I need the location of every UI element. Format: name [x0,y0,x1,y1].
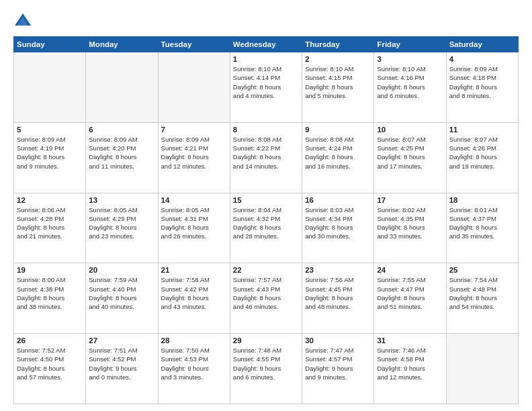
day-cell: 8Sunrise: 8:08 AM Sunset: 4:22 PM Daylig… [230,122,302,193]
day-info: Sunrise: 7:46 AM Sunset: 4:58 PM Dayligh… [377,346,443,381]
calendar-body: 1Sunrise: 8:10 AM Sunset: 4:14 PM Daylig… [14,52,519,404]
day-info: Sunrise: 8:08 AM Sunset: 4:22 PM Dayligh… [233,135,299,171]
day-number: 15 [233,196,299,204]
day-number: 12 [17,196,83,204]
day-cell: 25Sunrise: 7:54 AM Sunset: 4:48 PM Dayli… [446,263,518,334]
day-number: 23 [305,266,371,274]
day-info: Sunrise: 8:04 AM Sunset: 4:32 PM Dayligh… [233,205,299,241]
page: SundayMondayTuesdayWednesdayThursdayFrid… [0,0,532,411]
day-cell: 15Sunrise: 8:04 AM Sunset: 4:32 PM Dayli… [230,193,302,263]
day-cell: 4Sunrise: 8:09 AM Sunset: 4:18 PM Daylig… [446,52,518,123]
day-number: 4 [449,55,515,63]
logo [13,11,35,30]
day-cell: 22Sunrise: 7:57 AM Sunset: 4:43 PM Dayli… [230,263,302,334]
day-cell [14,52,86,123]
day-info: Sunrise: 8:05 AM Sunset: 4:29 PM Dayligh… [89,205,154,241]
day-cell: 2Sunrise: 8:10 AM Sunset: 4:15 PM Daylig… [302,52,374,123]
day-number: 13 [89,196,154,204]
week-row-3: 19Sunrise: 8:00 AM Sunset: 4:38 PM Dayli… [14,263,519,334]
day-info: Sunrise: 7:55 AM Sunset: 4:47 PM Dayligh… [377,275,443,311]
day-info: Sunrise: 8:05 AM Sunset: 4:31 PM Dayligh… [161,205,227,241]
day-info: Sunrise: 7:54 AM Sunset: 4:48 PM Dayligh… [449,275,515,311]
day-number: 19 [17,266,83,274]
day-info: Sunrise: 8:10 AM Sunset: 4:14 PM Dayligh… [233,64,299,100]
day-number: 5 [17,126,83,134]
weekday-friday: Friday [374,37,446,52]
day-number: 18 [449,196,515,204]
day-number: 27 [89,336,154,345]
day-cell: 5Sunrise: 8:09 AM Sunset: 4:19 PM Daylig… [14,122,86,193]
day-info: Sunrise: 8:02 AM Sunset: 4:35 PM Dayligh… [377,205,443,241]
day-cell [158,52,230,123]
day-info: Sunrise: 8:08 AM Sunset: 4:24 PM Dayligh… [305,135,371,171]
calendar-table: SundayMondayTuesdayWednesdayThursdayFrid… [13,36,519,404]
day-number: 11 [449,126,515,134]
day-info: Sunrise: 8:10 AM Sunset: 4:15 PM Dayligh… [305,64,371,100]
day-info: Sunrise: 8:07 AM Sunset: 4:26 PM Dayligh… [449,135,515,171]
day-number: 8 [233,126,299,134]
day-info: Sunrise: 8:09 AM Sunset: 4:18 PM Dayligh… [449,64,515,100]
day-number: 30 [305,336,371,345]
day-cell: 18Sunrise: 8:01 AM Sunset: 4:37 PM Dayli… [446,193,518,263]
day-number: 3 [377,55,443,63]
day-info: Sunrise: 8:01 AM Sunset: 4:37 PM Dayligh… [449,205,515,241]
day-cell: 1Sunrise: 8:10 AM Sunset: 4:14 PM Daylig… [230,52,302,123]
day-cell: 13Sunrise: 8:05 AM Sunset: 4:29 PM Dayli… [86,193,158,263]
day-info: Sunrise: 8:10 AM Sunset: 4:16 PM Dayligh… [377,64,443,100]
day-info: Sunrise: 8:06 AM Sunset: 4:28 PM Dayligh… [17,205,83,241]
day-cell: 3Sunrise: 8:10 AM Sunset: 4:16 PM Daylig… [374,52,446,123]
day-number: 1 [233,55,299,63]
day-number: 2 [305,55,371,63]
day-cell: 7Sunrise: 8:09 AM Sunset: 4:21 PM Daylig… [158,122,230,193]
day-cell: 14Sunrise: 8:05 AM Sunset: 4:31 PM Dayli… [158,193,230,263]
day-number: 14 [161,196,227,204]
week-row-0: 1Sunrise: 8:10 AM Sunset: 4:14 PM Daylig… [14,52,519,123]
day-info: Sunrise: 7:56 AM Sunset: 4:45 PM Dayligh… [305,275,371,311]
day-cell: 26Sunrise: 7:52 AM Sunset: 4:50 PM Dayli… [14,334,86,404]
weekday-saturday: Saturday [446,37,518,52]
day-number: 9 [305,126,371,134]
day-cell: 19Sunrise: 8:00 AM Sunset: 4:38 PM Dayli… [14,263,86,334]
day-info: Sunrise: 7:47 AM Sunset: 4:57 PM Dayligh… [305,346,371,381]
day-cell: 27Sunrise: 7:51 AM Sunset: 4:52 PM Dayli… [86,334,158,404]
day-cell: 31Sunrise: 7:46 AM Sunset: 4:58 PM Dayli… [374,334,446,404]
weekday-tuesday: Tuesday [158,37,230,52]
day-number: 22 [233,266,299,274]
day-cell: 16Sunrise: 8:03 AM Sunset: 4:34 PM Dayli… [302,193,374,263]
calendar-header: SundayMondayTuesdayWednesdayThursdayFrid… [14,37,519,52]
day-cell: 9Sunrise: 8:08 AM Sunset: 4:24 PM Daylig… [302,122,374,193]
week-row-2: 12Sunrise: 8:06 AM Sunset: 4:28 PM Dayli… [14,193,519,263]
day-cell: 17Sunrise: 8:02 AM Sunset: 4:35 PM Dayli… [374,193,446,263]
day-cell: 29Sunrise: 7:48 AM Sunset: 4:55 PM Dayli… [230,334,302,404]
day-number: 25 [449,266,515,274]
day-cell: 20Sunrise: 7:59 AM Sunset: 4:40 PM Dayli… [86,263,158,334]
day-number: 10 [377,126,443,134]
day-info: Sunrise: 8:07 AM Sunset: 4:25 PM Dayligh… [377,135,443,171]
weekday-header-row: SundayMondayTuesdayWednesdayThursdayFrid… [14,37,519,52]
day-info: Sunrise: 8:09 AM Sunset: 4:21 PM Dayligh… [161,135,227,171]
day-number: 17 [377,196,443,204]
day-cell: 24Sunrise: 7:55 AM Sunset: 4:47 PM Dayli… [374,263,446,334]
day-number: 24 [377,266,443,274]
day-cell: 30Sunrise: 7:47 AM Sunset: 4:57 PM Dayli… [302,334,374,404]
weekday-wednesday: Wednesday [230,37,302,52]
day-info: Sunrise: 7:57 AM Sunset: 4:43 PM Dayligh… [233,275,299,311]
day-info: Sunrise: 8:00 AM Sunset: 4:38 PM Dayligh… [17,275,83,311]
header [13,11,519,30]
day-number: 16 [305,196,371,204]
day-number: 20 [89,266,154,274]
day-info: Sunrise: 7:50 AM Sunset: 4:53 PM Dayligh… [161,346,227,381]
day-info: Sunrise: 8:09 AM Sunset: 4:20 PM Dayligh… [89,135,154,171]
day-cell [86,52,158,123]
day-info: Sunrise: 7:48 AM Sunset: 4:55 PM Dayligh… [233,346,299,381]
day-cell: 12Sunrise: 8:06 AM Sunset: 4:28 PM Dayli… [14,193,86,263]
day-info: Sunrise: 7:59 AM Sunset: 4:40 PM Dayligh… [89,275,154,311]
day-info: Sunrise: 7:58 AM Sunset: 4:42 PM Dayligh… [161,275,227,311]
day-number: 6 [89,126,154,134]
week-row-4: 26Sunrise: 7:52 AM Sunset: 4:50 PM Dayli… [14,334,519,404]
day-cell: 6Sunrise: 8:09 AM Sunset: 4:20 PM Daylig… [86,122,158,193]
day-cell: 23Sunrise: 7:56 AM Sunset: 4:45 PM Dayli… [302,263,374,334]
weekday-monday: Monday [86,37,158,52]
day-number: 31 [377,336,443,345]
day-number: 21 [161,266,227,274]
